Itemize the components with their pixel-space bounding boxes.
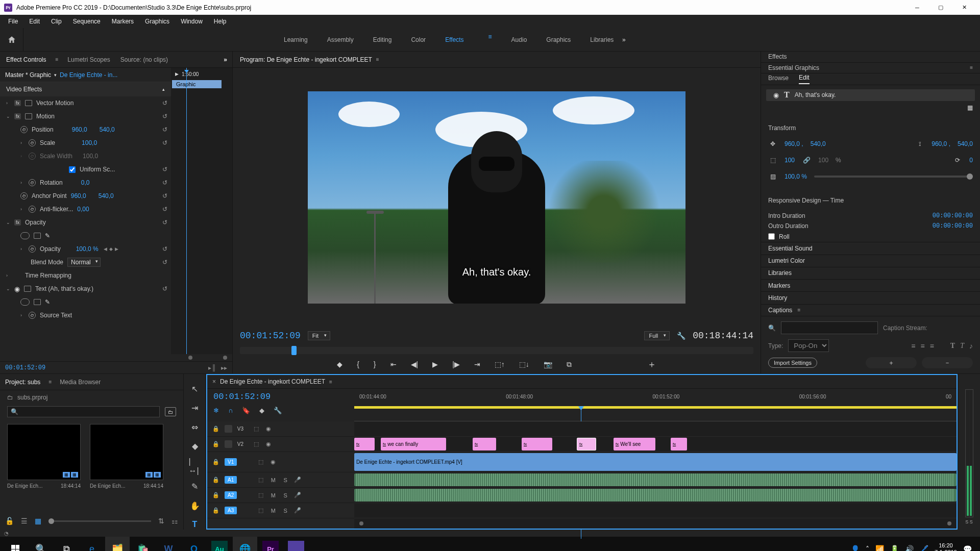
graphic-clip[interactable]: fxwe can finally [381,438,446,450]
stopwatch-icon[interactable]: ⏱ [29,245,36,253]
project-thumbnail[interactable]: ▦▦ [90,424,163,480]
opacity-value[interactable]: 100,0 % [76,245,99,253]
twirl-icon[interactable]: › [20,246,24,252]
icon-view-icon[interactable]: ▦ [35,517,41,525]
twirl-icon[interactable]: › [20,313,24,318]
panel-menu-icon[interactable]: ≡ [329,379,332,385]
stopwatch-icon[interactable]: ⏱ [20,192,28,199]
taskbar-word[interactable]: W [156,537,181,551]
stopwatch-icon[interactable]: ⏱ [29,312,36,319]
scale-value[interactable]: 100,0 [82,139,97,146]
align-right-icon[interactable]: ≡ [930,342,934,350]
mask-rect-icon[interactable] [34,233,41,239]
anchor-x[interactable]: 960,0 [71,192,86,199]
reset-icon[interactable]: ↺ [162,259,167,266]
pen-icon[interactable]: 🖊️ [920,545,928,551]
graphic-clip[interactable]: fx [354,438,375,450]
toggle-icon[interactable]: ▸║ [208,364,216,371]
taskbar-task-view[interactable]: ⧉ [54,537,79,551]
track-target[interactable] [225,425,232,433]
solo-icon[interactable]: S [282,477,289,483]
pen-tool[interactable]: ✎ [189,482,201,491]
anti-flicker-value[interactable]: 0,00 [77,206,89,213]
play-icon[interactable]: ▶ [175,71,179,77]
workspace-learning[interactable]: Learning [284,33,308,46]
twirl-icon[interactable]: › [20,180,24,185]
video-clip[interactable]: De Enige Echte - ingekort COMPLEET.mp4 [… [354,453,957,471]
motion-box-icon[interactable] [25,100,32,106]
mask-ellipse-icon[interactable] [20,232,30,239]
out-point-button[interactable]: } [374,360,376,368]
zoom-fit-dropdown[interactable]: Fit [308,331,330,340]
wrench-icon[interactable]: 🔧 [677,332,685,340]
workspace-effects[interactable]: Effects [445,33,463,46]
track-header-a1[interactable]: 🔒 A1 ⬚ M S 🎤 [207,472,354,488]
track-v2[interactable]: fxfxwe can finallyfxfxfxfxWe'll seefx [354,437,957,452]
reset-icon[interactable]: ↺ [162,245,167,253]
panel-menu-icon[interactable]: ≡ [55,57,58,62]
eye-icon[interactable]: ◉ [270,459,277,465]
effects-panel-header[interactable]: Effects [761,52,980,63]
quality-dropdown[interactable]: Full [644,331,670,340]
track-header-v3[interactable]: 🔒 V3 ⬚ ◉ [207,421,354,437]
reset-icon[interactable]: ↺ [162,166,167,173]
fx-badge[interactable]: fx [14,100,21,106]
essential-graphics-header[interactable]: Essential Graphics ≡ [761,63,980,74]
graphics-layer-item[interactable]: ◉ T Ah, that's okay. [766,89,975,101]
project-thumbnail[interactable]: ▦▦ [7,424,81,480]
twirl-icon[interactable]: › [6,101,10,106]
program-scrubber[interactable] [240,347,753,354]
eg-tab-edit[interactable]: Edit [799,74,810,84]
solo-icon[interactable]: S [282,492,289,498]
italic-icon[interactable]: T [960,342,964,350]
program-viewer[interactable]: Ah, that's okay. [233,68,761,327]
uniform-scale-checkbox[interactable] [69,166,76,173]
twirl-icon[interactable]: ⌄ [6,114,10,119]
twirl-icon[interactable]: › [20,140,24,145]
track-header-v1[interactable]: 🔒 V1 ⬚ ◉ [207,452,354,472]
motion-box-icon[interactable] [24,286,31,292]
taskbar-edge[interactable]: e [80,537,104,551]
audio-clip[interactable] [354,473,957,486]
keyframe-nav[interactable]: ◀◆▶ [104,246,118,252]
mask-rect-icon[interactable] [34,299,41,305]
graphic-clip[interactable]: fx [522,438,552,450]
roll-checkbox[interactable] [768,233,775,240]
mic-icon[interactable]: 🎤 [294,492,301,498]
workspace-color[interactable]: Color [411,33,426,46]
razor-tool[interactable]: ◆ [189,441,201,451]
stopwatch-icon[interactable]: ⏱ [20,126,28,133]
workspace-libraries[interactable]: Libraries [590,33,614,46]
anchor-icon[interactable]: ⟟ [915,140,924,147]
taskbar-clock[interactable]: 16:20 7-1-2019 [935,542,957,551]
caption-type-dropdown[interactable]: Pop-On [788,339,829,352]
tf-opacity[interactable]: 100,0 % [785,173,807,180]
linked-selection-icon[interactable]: ∩ [228,407,233,414]
notifications-icon[interactable]: 💬 [963,545,972,551]
sequence-clip-link[interactable]: De Enige Echte - in... [60,71,117,79]
people-icon[interactable]: 👤 [851,545,860,551]
type-tool[interactable]: T [189,520,201,530]
program-current-timecode[interactable]: 00:01:52:09 [240,331,301,341]
settings-icon[interactable]: ◆ [259,407,264,414]
timeline-timecode[interactable]: 00:01:52:09 [207,389,354,405]
captions-search-input[interactable] [781,321,878,334]
reset-icon[interactable]: ↺ [162,192,167,199]
play-button[interactable]: ▶ [432,360,438,368]
eye-icon[interactable]: ◉ [773,91,779,99]
accordion-lumetri-color[interactable]: Lumetri Color [761,255,980,267]
export-frame-button[interactable]: 📷 [544,360,552,368]
lock-icon[interactable]: 🔒 [212,492,219,498]
fx-badge[interactable]: fx [14,219,21,226]
tf-anchor-x[interactable]: 960,0 , [932,140,950,147]
sync-lock-icon[interactable]: ⬚ [257,459,264,465]
track-target[interactable]: A3 [225,507,237,514]
collapse-icon[interactable]: ▴ [162,87,165,92]
panel-menu-icon[interactable]: ≡ [797,307,800,313]
menu-file[interactable]: File [3,16,23,27]
reset-icon[interactable]: ↺ [162,285,167,292]
marker-add-icon[interactable]: 🔖 [242,407,250,414]
music-note-icon[interactable]: ♪ [969,342,973,350]
reset-icon[interactable]: ↺ [162,126,167,133]
hand-tool[interactable]: ✋ [189,500,201,510]
